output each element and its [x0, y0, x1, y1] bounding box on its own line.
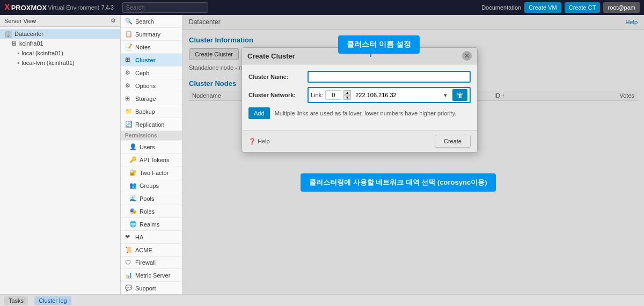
- annotation-box-1: 클러스터 이름 설정: [338, 35, 420, 54]
- cluster-nav-icon: ⊞: [125, 56, 133, 63]
- notes-nav-icon: 📝: [125, 43, 133, 50]
- dialog-title: Create Cluster: [247, 52, 295, 60]
- nav-item-groups[interactable]: 👥 Groups: [121, 179, 182, 192]
- nav-item-ha[interactable]: ❤ HA: [121, 231, 182, 244]
- nav-replication-label: Replication: [135, 121, 164, 128]
- nav-item-two-factor[interactable]: 🔐 Two Factor: [121, 166, 182, 179]
- spin-up-button[interactable]: ▲: [343, 90, 351, 95]
- nav-item-replication[interactable]: 🔄 Replication: [121, 118, 182, 131]
- storage-icon-local: ▪: [17, 49, 19, 57]
- nav-item-acme[interactable]: 📜 ACME: [121, 244, 182, 257]
- sidebar-item-local-lvm[interactable]: ▪ local-lvm (kcinfra01): [0, 58, 120, 68]
- nav-pools-label: Pools: [140, 195, 155, 202]
- groups-nav-icon: 👥: [129, 182, 137, 189]
- create-button[interactable]: Create: [435, 135, 471, 148]
- topbar-right: Documentation Create VM Create CT root@p…: [481, 2, 640, 13]
- create-cluster-dialog: Create Cluster ✕ Cluster Name: Cluster N…: [241, 47, 478, 152]
- nav-item-summary[interactable]: 📋 Summary: [121, 28, 182, 41]
- nav-metric-server-label: Metric Server: [135, 272, 170, 279]
- nav-item-cluster[interactable]: ⊞ Cluster: [121, 54, 182, 67]
- support-nav-icon: 💬: [125, 285, 133, 292]
- node-icon: 🖥: [11, 40, 17, 47]
- left-nav: 🔍 Search 📋 Summary 📝 Notes ⊞ Cluster ⚙ C…: [121, 15, 182, 294]
- version-badge: 7.4-3: [101, 5, 114, 11]
- roles-nav-icon: 🎭: [129, 208, 137, 215]
- datacenter-icon: 🏢: [4, 30, 12, 38]
- bottom-bar: Tasks Cluster log: [0, 294, 644, 306]
- logo: X PROXMOX Virtual Environment 7.4-3: [4, 3, 114, 12]
- sidebar-item-local[interactable]: ▪ local (kcinfra01): [0, 48, 120, 58]
- delete-network-button[interactable]: 🗑: [452, 89, 467, 101]
- options-nav-icon: ⚙: [125, 82, 133, 89]
- create-vm-button[interactable]: Create VM: [524, 2, 561, 13]
- nav-item-api-tokens[interactable]: 🔑 API Tokens: [121, 154, 182, 166]
- sidebar-item-kcinfra01[interactable]: 🖥 kcinfra01: [0, 39, 120, 48]
- cluster-network-row: Cluster Network: Link: ▲ ▼ ▼ 🗑: [248, 87, 471, 103]
- dialog-close-button[interactable]: ✕: [462, 51, 472, 61]
- create-ct-button[interactable]: Create CT: [565, 2, 601, 13]
- hint-text: Add Multiple links are used as failover,…: [248, 107, 471, 119]
- firewall-nav-icon: 🛡: [125, 259, 133, 266]
- backup-nav-icon: 📁: [125, 108, 133, 115]
- help-icon: ❓: [248, 138, 256, 145]
- sidebar-item-datacenter[interactable]: 🏢 Datacenter: [0, 29, 120, 39]
- network-dropdown-icon[interactable]: ▼: [441, 92, 450, 98]
- sidebar: Server View ⚙ 🏢 Datacenter 🖥 kcinfra01 ▪…: [0, 15, 121, 294]
- nav-item-support[interactable]: 💬 Support: [121, 282, 182, 294]
- logo-x: X: [4, 3, 10, 12]
- gear-icon[interactable]: ⚙: [111, 17, 116, 24]
- ha-nav-icon: ❤: [125, 234, 133, 241]
- storage-nav-icon: ⊞: [125, 95, 133, 102]
- ceph-nav-icon: ⚙: [125, 69, 133, 76]
- top-bar: X PROXMOX Virtual Environment 7.4-3 Docu…: [0, 0, 644, 15]
- api-tokens-nav-icon: 🔑: [129, 156, 137, 163]
- add-button[interactable]: Add: [248, 107, 270, 119]
- nav-item-users[interactable]: 👤 Users: [121, 141, 182, 154]
- annotation-box-2: 클러스터링에 사용할 네트워크 대역 선택 (corosync이용): [301, 173, 496, 192]
- annotation-1: 클러스터 이름 설정: [338, 35, 371, 57]
- search-nav-icon: 🔍: [125, 18, 133, 25]
- sidebar-tree: 🏢 Datacenter 🖥 kcinfra01 ▪ local (kcinfr…: [0, 27, 120, 294]
- network-address-input[interactable]: [353, 90, 438, 100]
- summary-nav-icon: 📋: [125, 31, 133, 38]
- dialog-help-button[interactable]: ❓ Help: [248, 138, 270, 145]
- link-label: Link:: [311, 92, 323, 98]
- content-area: Datacenter Help Cluster Information Crea…: [182, 15, 644, 294]
- cluster-name-input[interactable]: [308, 71, 471, 83]
- link-number-input[interactable]: [325, 90, 341, 100]
- dialog-footer: ❓ Help Create: [242, 130, 477, 152]
- nav-item-realms[interactable]: 🌐 Realms: [121, 218, 182, 231]
- cluster-network-label: Cluster Network:: [248, 92, 308, 98]
- nav-item-notes[interactable]: 📝 Notes: [121, 41, 182, 54]
- nav-item-permissions[interactable]: Permissions: [121, 131, 182, 141]
- nav-options-label: Options: [135, 83, 156, 89]
- main-layout: Server View ⚙ 🏢 Datacenter 🖥 kcinfra01 ▪…: [0, 15, 644, 294]
- cluster-log-tab[interactable]: Cluster log: [34, 296, 71, 305]
- nav-item-pools[interactable]: 🌊 Pools: [121, 192, 182, 205]
- nav-users-label: Users: [140, 144, 155, 150]
- network-row: Link: ▲ ▼ ▼ 🗑: [308, 87, 471, 103]
- search-input[interactable]: [122, 2, 208, 13]
- user-button[interactable]: root@pam: [603, 2, 640, 13]
- spin-down-button[interactable]: ▼: [343, 95, 351, 100]
- nav-item-options[interactable]: ⚙ Options: [121, 79, 182, 92]
- nav-item-ceph[interactable]: ⚙ Ceph: [121, 67, 182, 79]
- replication-nav-icon: 🔄: [125, 121, 133, 128]
- nav-permissions-label: Permissions: [125, 133, 157, 139]
- nav-storage-label: Storage: [135, 96, 156, 102]
- nav-item-search[interactable]: 🔍 Search: [121, 15, 182, 28]
- nav-item-storage[interactable]: ⊞ Storage: [121, 92, 182, 105]
- nav-firewall-label: Firewall: [135, 259, 156, 266]
- tasks-tab[interactable]: Tasks: [4, 296, 28, 305]
- nav-item-backup[interactable]: 📁 Backup: [121, 105, 182, 118]
- server-view-label: Server View: [4, 18, 36, 24]
- logo-ve: Virtual Environment: [48, 4, 99, 11]
- nav-item-firewall[interactable]: 🛡 Firewall: [121, 257, 182, 269]
- documentation-link[interactable]: Documentation: [481, 4, 521, 11]
- storage-icon-local-lvm: ▪: [17, 59, 19, 67]
- nav-acme-label: ACME: [135, 247, 152, 253]
- hint-message: Multiple links are used as failover, low…: [275, 110, 457, 116]
- nav-support-label: Support: [135, 285, 156, 292]
- nav-item-metric-server[interactable]: 📊 Metric Server: [121, 269, 182, 282]
- nav-item-roles[interactable]: 🎭 Roles: [121, 205, 182, 218]
